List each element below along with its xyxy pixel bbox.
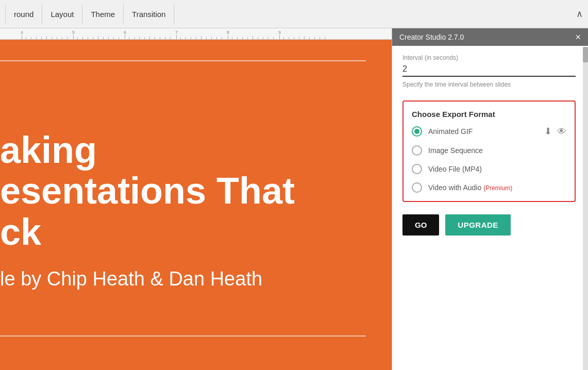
animated-gif-icons: ⬇ 👁 <box>544 126 566 137</box>
export-option-animated-gif[interactable]: Animated GIF ⬇ 👁 <box>412 126 566 137</box>
interval-label: Interval (in seconds) <box>402 54 576 61</box>
slide-line-top <box>0 60 366 61</box>
top-nav: round Layout Theme Transition ∧ <box>0 0 588 28</box>
label-video-audio: Video with Audio (Premium) <box>428 183 566 192</box>
panel-scrollbar[interactable] <box>583 47 588 370</box>
ruler: 456789 <box>0 28 392 40</box>
slide-line-bottom <box>0 335 366 337</box>
slide-title: aking esentations That ck <box>0 130 392 253</box>
radio-animated-gif[interactable] <box>412 126 422 137</box>
download-icon[interactable]: ⬇ <box>544 126 552 137</box>
tab-theme[interactable]: Theme <box>82 5 124 24</box>
premium-badge: (Premium) <box>483 184 512 192</box>
label-video-mp4: Video File (MP4) <box>428 165 566 173</box>
upgrade-button[interactable]: UPGRADE <box>445 214 511 236</box>
nav-collapse-icon[interactable]: ∧ <box>576 8 583 20</box>
creator-studio-panel: Creator Studio 2.7.0 × Interval (in seco… <box>392 28 588 370</box>
export-format-title: Choose Export Format <box>412 110 566 119</box>
panel-header: Creator Studio 2.7.0 × <box>392 28 588 46</box>
tab-layout[interactable]: Layout <box>42 5 82 24</box>
panel-title: Creator Studio 2.7.0 <box>399 33 464 41</box>
export-option-video-mp4[interactable]: Video File (MP4) <box>412 164 566 174</box>
panel-scrollbar-thumb <box>583 47 588 62</box>
interval-hint: Specify the time interval between slides <box>402 81 576 88</box>
export-format-box: Choose Export Format Animated GIF ⬇ 👁 Im <box>402 100 576 202</box>
export-option-image-sequence[interactable]: Image Sequence <box>412 145 566 156</box>
radio-video-mp4[interactable] <box>412 164 422 174</box>
action-buttons: GO UPGRADE <box>402 214 576 236</box>
panel-body: Interval (in seconds) Specify the time i… <box>392 46 588 370</box>
tab-transition[interactable]: Transition <box>124 5 174 24</box>
label-animated-gif: Animated GIF <box>428 127 538 136</box>
interval-input[interactable] <box>402 64 576 77</box>
export-option-video-audio[interactable]: Video with Audio (Premium) <box>412 182 566 193</box>
panel-close-button[interactable]: × <box>575 32 581 42</box>
label-image-sequence: Image Sequence <box>428 146 566 155</box>
go-button[interactable]: GO <box>402 214 439 236</box>
slide-subtitle: le by Chip Heath & Dan Heath <box>0 268 392 290</box>
slide-preview: aking esentations That ck le by Chip Hea… <box>0 40 392 370</box>
radio-image-sequence[interactable] <box>412 145 422 156</box>
tab-background[interactable]: round <box>5 5 42 24</box>
eye-icon[interactable]: 👁 <box>557 126 566 137</box>
radio-video-audio[interactable] <box>412 182 422 193</box>
radio-animated-gif-inner <box>414 129 419 134</box>
